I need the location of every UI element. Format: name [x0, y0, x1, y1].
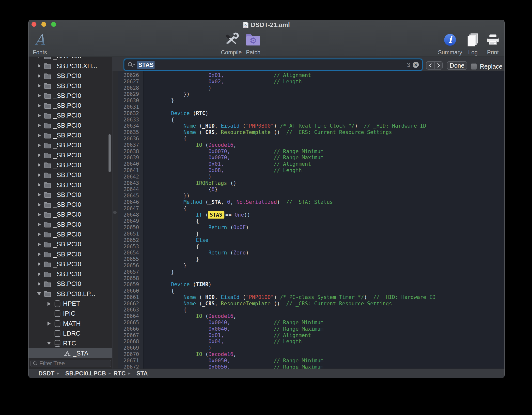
- code-line[interactable]: 20629 }): [118, 91, 505, 98]
- chevron-right-icon[interactable]: [35, 123, 43, 127]
- code-line[interactable]: 20636 {: [118, 136, 505, 142]
- sidebar-item--sb-pci0[interactable]: _SB.PCI0: [29, 150, 112, 160]
- code-line[interactable]: 20648 If ((STAS == One)): [118, 212, 505, 218]
- code-line[interactable]: 20641 0x08, // Length: [118, 167, 505, 174]
- chevron-right-icon[interactable]: [35, 64, 43, 68]
- sidebar-item--sb-pci0[interactable]: _SB.PCI0: [29, 220, 112, 229]
- code-line[interactable]: 20647 {: [118, 206, 505, 212]
- code-line[interactable]: 20630 }: [118, 98, 505, 104]
- sidebar-item-math[interactable]: MATH: [29, 319, 112, 328]
- code-line[interactable]: 20669 ): [118, 345, 505, 351]
- code-line[interactable]: 20627 0x02, // Length: [118, 79, 505, 85]
- code-line[interactable]: 20653 {: [118, 244, 505, 250]
- breadcrumb-item-rtc[interactable]: RTC: [113, 370, 125, 377]
- pane-splitter[interactable]: [112, 71, 118, 369]
- chevron-right-icon[interactable]: [35, 252, 43, 256]
- code-line[interactable]: 20671 0x0050, // Range Minimum: [118, 358, 505, 364]
- sidebar-item--sb-pci0[interactable]: _SB.PCI0: [29, 81, 112, 91]
- code-line[interactable]: 20639 0x0070, // Range Maximum: [118, 155, 505, 161]
- sidebar-item--sb-pci0[interactable]: _SB.PCI0: [29, 130, 112, 140]
- chevron-right-icon[interactable]: [35, 232, 43, 236]
- code-line[interactable]: 20666 0x0040, // Range Maximum: [118, 326, 505, 332]
- chevron-right-icon[interactable]: [35, 262, 43, 266]
- code-line[interactable]: 20663 {: [118, 307, 505, 313]
- code-line[interactable]: 20659 Device (TIMR): [118, 282, 505, 288]
- code-editor[interactable]: 20626 0x01, // Alignment20627 0x02, // L…: [118, 71, 505, 369]
- next-match-button[interactable]: [435, 62, 442, 69]
- patch-button[interactable]: ⚙ Patch: [235, 29, 272, 56]
- sidebar-item--sb-pci0[interactable]: _SB.PCI0: [29, 249, 112, 259]
- sidebar-item--sb-pci0[interactable]: _SB.PCI0: [29, 170, 112, 180]
- chevron-right-icon[interactable]: [35, 272, 43, 276]
- code-line[interactable]: 20644 {8}: [118, 186, 505, 193]
- chevron-right-icon[interactable]: [35, 84, 43, 88]
- sidebar-item--sb-pci0[interactable]: _SB.PCI0: [29, 180, 112, 190]
- chevron-right-icon[interactable]: [35, 282, 43, 286]
- code-line[interactable]: 20626 0x01, // Alignment: [118, 72, 505, 79]
- code-line[interactable]: 20634 Name (_HID, EisaId ("PNP0B00") /* …: [118, 123, 505, 129]
- sidebar-item--sb-pci0[interactable]: _SB.PCI0: [29, 140, 112, 150]
- chevron-right-icon[interactable]: [35, 114, 43, 118]
- chevron-right-icon[interactable]: [35, 153, 43, 157]
- code-line[interactable]: 20670 IO (Decode16,: [118, 351, 505, 358]
- sidebar-item--sb-pci0[interactable]: _SB.PCI0: [29, 239, 112, 249]
- sidebar-item--sb-pci0[interactable]: _SB.PCI0: [29, 111, 112, 120]
- sidebar-item--sb-pci0[interactable]: _SB.PCI0: [29, 279, 112, 289]
- code-line[interactable]: 20645 }): [118, 193, 505, 199]
- sidebar-item--sta[interactable]: _STA: [29, 348, 112, 358]
- code-line[interactable]: 20652 Else: [118, 237, 505, 244]
- sidebar-item--sb-pci0[interactable]: _SB.PCI0: [29, 71, 112, 81]
- code-line[interactable]: 20631: [118, 104, 505, 110]
- code-line[interactable]: 20665 0x0040, // Range Minimum: [118, 320, 505, 326]
- sidebar-item--sb-pci0[interactable]: _SB.PCI0: [29, 57, 112, 61]
- code-line[interactable]: 20638 0x0070, // Range Minimum: [118, 148, 505, 155]
- sidebar-item--sb-pci0-xh-[interactable]: _SB.PCI0.XH...: [29, 61, 112, 71]
- chevron-right-icon[interactable]: [35, 222, 43, 226]
- sidebar-item--sb-pci0[interactable]: _SB.PCI0: [29, 200, 112, 209]
- code-line[interactable]: 20656 }: [118, 263, 505, 269]
- code-line[interactable]: 20633 {: [118, 117, 505, 123]
- sidebar-item--sb-pci0[interactable]: _SB.PCI0: [29, 210, 112, 220]
- breadcrumb-item-dsdt[interactable]: DSDT: [38, 370, 54, 377]
- done-button[interactable]: Done: [447, 61, 467, 70]
- chevron-right-icon[interactable]: [35, 133, 43, 137]
- chevron-right-icon[interactable]: [35, 143, 43, 147]
- sidebar-item--sb-pci0[interactable]: _SB.PCI0: [29, 101, 112, 110]
- chevron-right-icon[interactable]: [35, 163, 43, 167]
- breadcrumb-item--sb-pci0-lpcb[interactable]: _SB.PCI0.LPCB: [62, 370, 106, 377]
- chevron-right-icon[interactable]: [45, 322, 53, 326]
- code-line[interactable]: 20668 0x04, // Length: [118, 339, 505, 345]
- sidebar-item--sb-pci0-lp-[interactable]: _SB.PCI0.LP...: [29, 289, 112, 299]
- chevron-right-icon[interactable]: [35, 104, 43, 108]
- chevron-down-icon[interactable]: [45, 342, 53, 345]
- code-line[interactable]: 20660 {: [118, 288, 505, 294]
- sidebar-scrollbar-thumb[interactable]: [109, 134, 111, 172]
- fonts-button[interactable]: A Fonts: [28, 29, 58, 56]
- sidebar-item--sb-pci0[interactable]: _SB.PCI0: [29, 190, 112, 200]
- chevron-right-icon[interactable]: [35, 173, 43, 177]
- sidebar-item-hpet[interactable]: HPET: [29, 299, 112, 309]
- chevron-right-icon[interactable]: [35, 203, 43, 207]
- chevron-right-icon[interactable]: [35, 193, 43, 197]
- code-line[interactable]: 20649 {: [118, 218, 505, 224]
- code-line[interactable]: 20658: [118, 275, 505, 282]
- print-button[interactable]: Print: [474, 29, 505, 56]
- code-line[interactable]: 20637 IO (Decode16,: [118, 142, 505, 148]
- sidebar-item--sb-pci0[interactable]: _SB.PCI0: [29, 91, 112, 101]
- sidebar-item--sb-pci0[interactable]: _SB.PCI0: [29, 160, 112, 170]
- code-line[interactable]: 20662 Name (_CRS, ResourceTemplate () //…: [118, 301, 505, 307]
- code-line[interactable]: 20661 Name (_HID, EisaId ("PNP0100") /* …: [118, 294, 505, 301]
- code-line[interactable]: 20667 0x01, // Alignment: [118, 332, 505, 339]
- sidebar-item--sb-pci0[interactable]: _SB.PCI0: [29, 269, 112, 279]
- code-line[interactable]: 20643 IRQNoFlags (): [118, 180, 505, 187]
- code-line[interactable]: 20664 IO (Decode16,: [118, 313, 505, 320]
- code-line[interactable]: 20628 ): [118, 85, 505, 91]
- chevron-right-icon[interactable]: [35, 213, 43, 217]
- code-line[interactable]: 20672 0x0050, // Range Maximum: [118, 364, 505, 369]
- code-line[interactable]: 20632 Device (RTC): [118, 110, 505, 117]
- sidebar-item-ipic[interactable]: IPIC: [29, 309, 112, 319]
- search-input[interactable]: STAS 3 ✕: [125, 59, 422, 70]
- chevron-right-icon[interactable]: [35, 57, 43, 58]
- chevron-right-icon[interactable]: [35, 183, 43, 187]
- chevron-right-icon[interactable]: [45, 302, 53, 306]
